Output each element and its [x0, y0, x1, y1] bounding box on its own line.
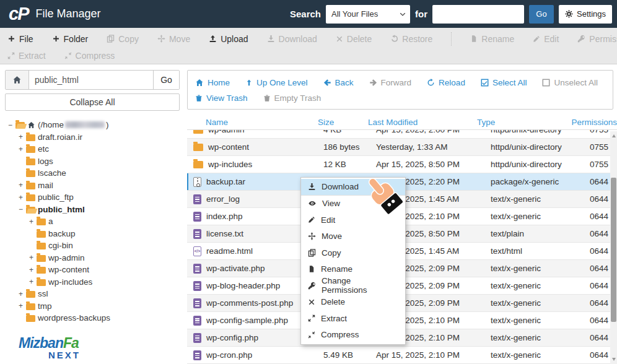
nav-home[interactable]: Home [195, 78, 230, 87]
open-folder-icon [26, 207, 35, 214]
file-button[interactable]: File [7, 34, 33, 44]
scroll-up-arrow[interactable] [610, 132, 617, 140]
nav-unselect-all[interactable]: Unselect All [542, 78, 598, 87]
edit-button[interactable]: Edit [533, 34, 559, 44]
trash-icon [263, 94, 271, 102]
download-button[interactable]: Download [267, 34, 317, 44]
tree-item-backup[interactable]: backup [5, 228, 180, 240]
column-header-type[interactable]: Type [477, 118, 571, 127]
sidebar: Go Collapse All − (/home) +draft.roian.i… [0, 64, 183, 364]
tree-item-label: draft.roian.ir [38, 132, 82, 142]
key-icon [308, 282, 316, 290]
column-header-name[interactable]: Name [187, 118, 318, 127]
arrow-right-icon [369, 79, 377, 87]
collapse-all-button[interactable]: Collapse All [5, 93, 180, 111]
text-file-icon [193, 194, 201, 204]
redacted-username [65, 121, 105, 128]
table-row-wp-cron-php[interactable]: wp-cron.php 5.49 KB Apr 15, 2025, 2:10 P… [187, 347, 617, 364]
permissions-button[interactable]: Permissions [577, 34, 617, 44]
table-row-wp-content[interactable]: wp-content 186 bytes Yesterday, 1:33 AM … [187, 139, 617, 156]
tree-item-wp-content[interactable]: +wp-content [5, 264, 180, 276]
context-menu-delete[interactable]: Delete [301, 294, 405, 311]
folder-icon [37, 279, 46, 286]
table-row-wp-admin[interactable]: wp-admin 4 KB Apr 15, 2025, 2:00 PM http… [187, 130, 617, 139]
scrollbar-thumb[interactable] [611, 178, 616, 322]
gear-icon [565, 10, 573, 18]
archive-file-icon [193, 177, 201, 187]
tree-item-cgi-bin[interactable]: cgi-bin [5, 240, 180, 252]
directory-tree: − (/home) +draft.roian.ir +etc logs lsca… [5, 119, 180, 324]
download-icon [267, 35, 275, 43]
tree-item-draft-roian-ir[interactable]: +draft.roian.ir [5, 131, 180, 144]
nav-empty-trash[interactable]: Empty Trash [263, 93, 322, 103]
context-menu-rename[interactable]: Rename [301, 261, 405, 278]
navigation-bar: Home Up One Level Back Forward Reload Se… [187, 70, 613, 110]
settings-button[interactable]: Settings [559, 5, 612, 24]
compress-button[interactable]: Compress [64, 51, 115, 61]
search-go-button[interactable]: Go [529, 5, 554, 24]
context-menu-move[interactable]: Move [301, 228, 405, 245]
context-menu-change-permissions[interactable]: Change Permissions [301, 277, 405, 294]
nav-up-one-level[interactable]: Up One Level [245, 78, 308, 87]
tree-item-lscache[interactable]: lscache [5, 167, 180, 180]
folder-icon [193, 130, 203, 134]
tree-item-home-root[interactable]: − (/home) [5, 119, 180, 131]
tree-item-label: ssl [38, 289, 48, 298]
nav-select-all[interactable]: Select All [481, 78, 527, 87]
nav-view-trash[interactable]: View Trash [195, 93, 248, 103]
context-menu-extract[interactable]: Extract [301, 310, 405, 327]
path-input[interactable] [29, 71, 153, 89]
toolbar-row-1: File Folder Copy Move Upload Download [7, 30, 610, 47]
context-menu-copy[interactable]: Copy [301, 245, 405, 261]
folder-icon [26, 183, 35, 189]
copy-button[interactable]: Copy [107, 34, 139, 44]
tree-item-wp-admin[interactable]: +wp-admin [5, 252, 180, 264]
tree-item-etc[interactable]: +etc [5, 143, 180, 155]
upload-button[interactable]: Upload [209, 34, 248, 44]
column-header-last-modified[interactable]: Last Modified [368, 118, 477, 127]
table-scrollbar[interactable] [610, 131, 617, 364]
reload-icon [427, 79, 435, 87]
folder-button[interactable]: Folder [52, 34, 89, 44]
home-icon [12, 76, 22, 84]
text-file-icon [193, 229, 201, 239]
nav-reload[interactable]: Reload [427, 78, 465, 87]
search-area: Search All Your Files for Go Settings [290, 5, 612, 24]
context-menu-compress[interactable]: Compress [301, 327, 405, 344]
tree-item-a[interactable]: +a [5, 215, 180, 228]
search-input[interactable] [432, 5, 524, 24]
path-go-button[interactable]: Go [153, 71, 179, 89]
pencil-icon [308, 216, 315, 223]
folder-icon [37, 255, 46, 262]
tree-item-ssl[interactable]: +ssl [5, 288, 180, 300]
hand-cursor-icon [361, 173, 408, 220]
text-file-icon [193, 316, 201, 326]
tree-item-public-html[interactable]: −public_html [5, 204, 180, 216]
tree-item-tmp[interactable]: +tmp [5, 300, 180, 313]
scroll-down-arrow[interactable] [610, 355, 617, 363]
restore-icon [390, 35, 398, 43]
checkbox-checked-icon [481, 79, 489, 87]
nav-back[interactable]: Back [323, 78, 354, 87]
table-row-wp-includes[interactable]: wp-includes 12 KB Apr 15, 2025, 8:50 PM … [187, 156, 617, 173]
tree-item-mail[interactable]: +mail [5, 180, 180, 192]
x-icon [336, 35, 343, 43]
home-path-button[interactable] [6, 71, 29, 89]
rename-button[interactable]: Rename [470, 34, 514, 44]
move-button[interactable]: Move [157, 34, 190, 44]
extract-button[interactable]: Extract [7, 51, 46, 61]
restore-button[interactable]: Restore [390, 34, 432, 44]
column-header-permissions[interactable]: Permissions [571, 118, 617, 127]
search-scope-select[interactable]: All Your Files [326, 5, 410, 24]
trash-icon [195, 94, 203, 102]
tree-item-public-ftp[interactable]: +public_ftp [5, 191, 180, 204]
delete-button[interactable]: Delete [336, 34, 372, 44]
upload-icon [209, 35, 217, 43]
tree-item-logs[interactable]: logs [5, 155, 180, 168]
settings-label: Settings [577, 9, 606, 19]
tree-item-wordpress-backups[interactable]: wordpress-backups [5, 312, 180, 324]
column-header-size[interactable]: Size [318, 118, 368, 127]
nav-forward[interactable]: Forward [369, 78, 412, 87]
tree-item-wp-includes[interactable]: +wp-includes [5, 276, 180, 288]
tree-item-label: public_ftp [38, 193, 74, 202]
